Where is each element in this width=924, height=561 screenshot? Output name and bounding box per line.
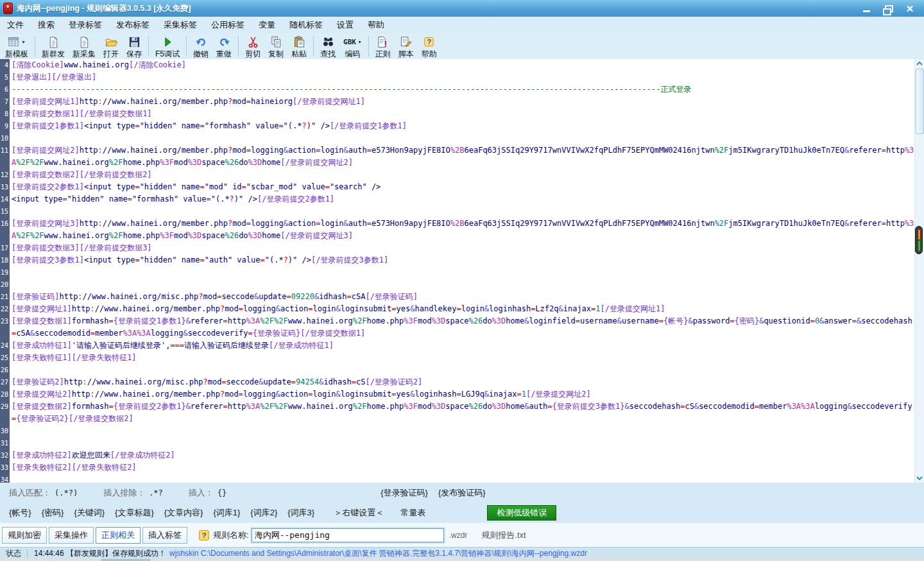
constants-table-button[interactable]: 常量表 <box>400 507 425 519</box>
insert-tag-button[interactable]: {文章内容} <box>164 507 203 519</box>
insert-tag-button[interactable]: {登录验证码} <box>381 487 428 499</box>
line-number: 33 <box>0 462 10 474</box>
scroll-down-arrow-icon[interactable] <box>915 474 924 483</box>
redo-button[interactable]: 重做 <box>212 34 235 58</box>
copy-button[interactable]: 复制 <box>264 34 287 58</box>
editor-line[interactable]: 15 <box>0 205 915 218</box>
insert-tag-button[interactable]: {帐号} <box>9 507 31 519</box>
check-errors-button[interactable]: 检测低级错误 <box>487 505 556 521</box>
insert-tag-button[interactable]: {发布验证码} <box>438 487 486 499</box>
new-template-button[interactable]: ▼新模板 <box>1 34 32 58</box>
insert-field-value[interactable]: {} <box>218 488 227 497</box>
minimize-button[interactable] <box>859 3 874 14</box>
find-button[interactable]: 查找 <box>316 34 339 58</box>
scroll-up-arrow-icon[interactable] <box>915 59 924 68</box>
tab-正则相关[interactable]: 正则相关 <box>96 527 141 544</box>
editor-line[interactable]: 28[登录提交网址2]http://www.hainei.org/member.… <box>0 388 915 401</box>
open-button[interactable]: 打开 <box>99 34 123 58</box>
editor-line[interactable]: 32[登录成功特征2]欢迎您回来[/登录成功特征2] <box>0 449 915 462</box>
editor-line[interactable]: 14<input type="hidden" name="formhash" v… <box>0 193 915 205</box>
rule-name-help-icon[interactable]: ? <box>199 530 209 540</box>
editor-line-text <box>10 425 915 437</box>
menu-item-file[interactable]: 文件 <box>0 19 31 31</box>
rule-name-input[interactable] <box>252 528 444 542</box>
menu-item-login-tags[interactable]: 登录标签 <box>62 19 109 31</box>
editor-line[interactable]: 18[登录前提交3参数1]<input type="hidden" name="… <box>0 254 915 266</box>
line-number: 7 <box>0 96 10 108</box>
rule-code-editor[interactable]: 4[清除Cookie]www.hainei.org[/清除Cookie]5[登录… <box>0 59 915 483</box>
editor-line[interactable]: 30 <box>0 425 915 437</box>
encoding-button[interactable]: GBK▼编码 <box>339 34 366 58</box>
editor-line[interactable]: 8[登录前提交数据1][/登录前提交数据1] <box>0 108 915 120</box>
help-button[interactable]: ?帮助 <box>418 34 441 58</box>
editor-line[interactable]: 21[登录验证码]http://www.hainei.org/misc.php?… <box>0 291 915 303</box>
menu-item-help[interactable]: 帮助 <box>361 19 391 31</box>
editor-line[interactable]: 13[登录前提交2参数1]<input type="hidden" name="… <box>0 181 915 193</box>
chevron-down-icon[interactable]: ▼ <box>21 40 26 44</box>
editor-line[interactable]: 31 <box>0 437 915 449</box>
editor-line[interactable]: 33[登录失败特征2][/登录失败特征2] <box>0 462 915 474</box>
editor-line[interactable]: 12[登录前提交数据2][/登录前提交数据2] <box>0 169 915 181</box>
editor-line[interactable]: 34 <box>0 474 915 483</box>
menu-item-collect-tags[interactable]: 采集标签 <box>157 19 204 31</box>
line-number: 22 <box>0 303 10 315</box>
editor-line[interactable]: 23[登录提交数据1]formhash={登录前提交1参数1}&referer=… <box>0 315 915 340</box>
tab-插入标签[interactable]: 插入标签 <box>142 527 187 544</box>
script-button[interactable]: 脚本 <box>395 34 418 58</box>
menu-item-variables[interactable]: 变量 <box>252 19 282 31</box>
line-number: 32 <box>0 449 10 462</box>
right-click-settings-label[interactable]: ＞右键设置＜ <box>334 507 384 519</box>
menu-item-common-tags[interactable]: 公用标签 <box>204 19 252 31</box>
insert-tag-button[interactable]: {词库1} <box>213 507 240 519</box>
new-group-send-button[interactable]: 新群发 <box>38 34 69 58</box>
editor-line-text: [登录前提交网址2]http://www.hainei.org/member.p… <box>10 144 915 169</box>
insert-field-value[interactable]: (.*?) <box>55 488 78 497</box>
editor-line[interactable]: 29[登录提交数据2]formhash={登录前提交2参数1}&referer=… <box>0 401 915 425</box>
editor-line[interactable]: 5[登录退出][/登录退出] <box>0 71 915 83</box>
insert-tag-button[interactable]: {文章标题} <box>115 507 154 519</box>
editor-line[interactable]: 4[清除Cookie]www.hainei.org[/清除Cookie] <box>0 59 915 71</box>
editor-line[interactable]: 10 <box>0 132 915 144</box>
menu-item-search[interactable]: 搜索 <box>31 19 62 31</box>
rule-report-link[interactable]: 规则报告.txt <box>481 530 526 541</box>
editor-line[interactable]: 19 <box>0 266 915 279</box>
editor-line[interactable]: 24[登录成功特征1]'请输入验证码后继续登录',===请输入验证码后继续登录[… <box>0 340 915 352</box>
insert-tag-button[interactable]: {密码} <box>42 507 64 519</box>
restore-button[interactable] <box>880 3 896 14</box>
paste-button[interactable]: 粘贴 <box>287 34 311 58</box>
close-button[interactable]: ✕ <box>902 3 918 14</box>
menu-item-settings[interactable]: 设置 <box>330 19 361 31</box>
vertical-scrollbar[interactable] <box>914 59 924 483</box>
editor-line[interactable]: 7[登录前提交网址1]http://www.hainei.org/member.… <box>0 96 915 108</box>
cut-button[interactable]: 剪切 <box>241 34 264 58</box>
editor-line[interactable]: 20 <box>0 279 915 291</box>
scrollbar-thumb[interactable] <box>916 69 924 134</box>
menu-item-random-tags[interactable]: 随机标签 <box>282 19 330 31</box>
tab-采集操作[interactable]: 采集操作 <box>49 527 94 544</box>
editor-line[interactable]: 6---------------------------------------… <box>0 83 915 96</box>
line-number: 8 <box>0 108 10 120</box>
insert-tag-button[interactable]: {词库3} <box>287 507 314 519</box>
insert-tag-button[interactable]: {词库2} <box>250 507 277 519</box>
insert-field-value[interactable]: .*? <box>149 488 163 497</box>
new-collect-button[interactable]: 新采集 <box>69 34 99 58</box>
editor-line[interactable]: 22[登录提交网址1]http://www.hainei.org/member.… <box>0 303 915 315</box>
tab-group: 规则加密采集操作正则相关插入标签 <box>0 527 187 544</box>
tab-规则加密[interactable]: 规则加密 <box>2 527 47 544</box>
editor-line[interactable]: 25[登录失败特征1][/登录失败特征1] <box>0 352 915 364</box>
regex-button[interactable]: !正则 <box>372 34 395 58</box>
editor-line[interactable]: 16[登录前提交网址3]http://www.hainei.org/member… <box>0 218 915 242</box>
save-button[interactable]: 保存 <box>123 34 146 58</box>
editor-line[interactable]: 17[登录前提交数据3][/登录前提交数据3] <box>0 242 915 254</box>
menu-item-publish-tags[interactable]: 发布标签 <box>109 19 157 31</box>
title-bar: 海内网--pengjing - 规则编辑器3.0.5.3 [永久免费] ✕ <box>0 0 924 17</box>
editor-line[interactable]: 9[登录前提交1参数1]<input type="hidden" name="f… <box>0 120 915 132</box>
insert-tag-button[interactable]: {关键词} <box>74 507 105 519</box>
line-number: 18 <box>0 254 10 266</box>
editor-line[interactable]: 11[登录前提交网址2]http://www.hainei.org/member… <box>0 144 915 169</box>
f5-debug-button[interactable]: F5调试 <box>151 34 184 58</box>
editor-line[interactable]: 27[登录验证码2]http://www.hainei.org/misc.php… <box>0 376 915 388</box>
editor-line[interactable]: 26 <box>0 364 915 376</box>
undo-button[interactable]: 撤销 <box>189 34 212 58</box>
chevron-down-icon[interactable]: ▼ <box>357 40 362 44</box>
